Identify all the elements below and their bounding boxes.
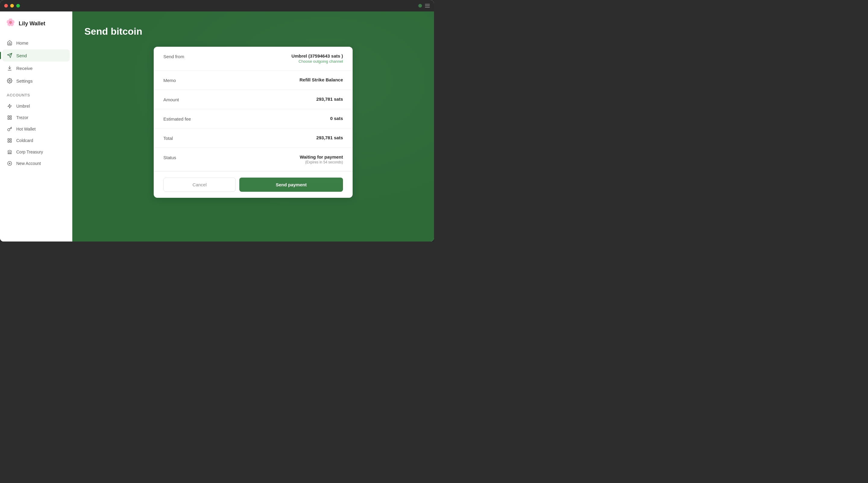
sidebar: 🌸 Lily Wallet Home xyxy=(0,11,72,241)
page-title: Send bitcoin xyxy=(84,26,142,37)
status-sub: (Expires in 54 seconds) xyxy=(300,160,343,164)
total-row: Total 293,781 sats xyxy=(154,128,352,148)
menu-icon[interactable] xyxy=(425,4,430,7)
sidebar-item-coldcard[interactable]: Coldcard xyxy=(2,135,70,146)
coldcard-icon xyxy=(7,138,13,144)
svg-rect-12 xyxy=(10,141,11,142)
accounts-section: Accounts Umbrel xyxy=(0,87,72,169)
sidebar-item-home[interactable]: Home xyxy=(2,37,70,49)
new-account-label: New Account xyxy=(16,161,41,166)
payment-card: Send from Umbrel (37594643 sats ) Choose… xyxy=(154,47,352,198)
send-icon xyxy=(7,53,13,59)
status-row: Status Waiting for payment (Expires in 5… xyxy=(154,148,352,171)
traffic-lights xyxy=(4,4,20,7)
estimated-fee-value: 0 sats xyxy=(330,116,343,121)
coldcard-label: Coldcard xyxy=(16,138,33,143)
svg-rect-8 xyxy=(10,118,11,119)
total-label: Total xyxy=(163,135,173,141)
home-label: Home xyxy=(16,40,28,46)
sidebar-nav: Home Send xyxy=(0,37,72,87)
sidebar-item-hot-wallet[interactable]: Hot Wallet xyxy=(2,123,70,135)
sidebar-logo-text: Lily Wallet xyxy=(19,21,45,27)
send-payment-button[interactable]: Send payment xyxy=(239,178,343,192)
settings-icon xyxy=(7,78,13,84)
send-label: Send xyxy=(16,53,27,58)
amount-row: Amount 293,781 sats xyxy=(154,90,352,109)
app-window: 🌸 Lily Wallet Home xyxy=(0,0,434,241)
sidebar-item-corp-treasury[interactable]: Corp Treasury xyxy=(2,146,70,158)
amount-value: 293,781 sats xyxy=(316,96,343,101)
corp-treasury-label: Corp Treasury xyxy=(16,150,43,154)
main-content: Send bitcoin Send from Umbrel (37594643 … xyxy=(72,11,434,241)
sidebar-item-trezor[interactable]: Trezor xyxy=(2,112,70,123)
sidebar-logo: 🌸 Lily Wallet xyxy=(0,19,72,37)
app-body: 🌸 Lily Wallet Home xyxy=(0,11,434,241)
send-from-value: Umbrel (37594643 sats ) xyxy=(291,53,343,59)
accounts-heading: Accounts xyxy=(2,93,70,100)
svg-rect-6 xyxy=(8,116,9,117)
umbrel-label: Umbrel xyxy=(16,104,30,109)
logo-icon: 🌸 xyxy=(6,19,16,28)
send-from-row: Send from Umbrel (37594643 sats ) Choose… xyxy=(154,47,352,70)
lightning-icon xyxy=(7,103,13,109)
building-icon xyxy=(7,149,13,155)
memo-row: Memo Refill Strike Balance xyxy=(154,70,352,90)
key-icon xyxy=(7,126,13,132)
estimated-fee-label: Estimated fee xyxy=(163,116,191,121)
send-from-label: Send from xyxy=(163,53,184,59)
hot-wallet-label: Hot Wallet xyxy=(16,127,36,131)
titlebar-right xyxy=(418,4,430,7)
cancel-button[interactable]: Cancel xyxy=(163,178,236,192)
sidebar-item-umbrel[interactable]: Umbrel xyxy=(2,100,70,112)
plus-circle-icon xyxy=(7,160,13,167)
svg-rect-7 xyxy=(10,116,11,117)
trezor-label: Trezor xyxy=(16,115,28,120)
status-value: Waiting for payment xyxy=(300,154,343,159)
fullscreen-button[interactable] xyxy=(16,4,20,7)
amount-label: Amount xyxy=(163,96,179,102)
sidebar-item-new-account[interactable]: New Account xyxy=(2,158,70,169)
sidebar-item-settings[interactable]: Settings xyxy=(2,75,70,87)
memo-label: Memo xyxy=(163,77,176,83)
settings-label: Settings xyxy=(16,79,33,84)
memo-value: Refill Strike Balance xyxy=(300,77,343,82)
status-indicator xyxy=(418,4,422,7)
grid-icon xyxy=(7,115,13,121)
home-icon xyxy=(7,40,13,46)
choose-channel-link[interactable]: Choose outgoing channel xyxy=(291,59,343,64)
svg-rect-11 xyxy=(10,139,11,140)
card-actions: Cancel Send payment xyxy=(154,171,352,198)
estimated-fee-row: Estimated fee 0 sats xyxy=(154,109,352,128)
svg-point-4 xyxy=(9,80,10,82)
minimize-button[interactable] xyxy=(10,4,14,7)
titlebar xyxy=(0,0,434,11)
svg-rect-13 xyxy=(8,141,9,142)
total-value: 293,781 sats xyxy=(316,135,343,140)
svg-marker-5 xyxy=(8,104,11,108)
svg-rect-9 xyxy=(8,118,9,119)
status-label: Status xyxy=(163,154,176,160)
receive-icon xyxy=(7,65,13,71)
svg-rect-10 xyxy=(8,139,9,140)
receive-label: Receive xyxy=(16,66,33,71)
close-button[interactable] xyxy=(4,4,8,7)
sidebar-item-receive[interactable]: Receive xyxy=(2,62,70,74)
sidebar-item-send[interactable]: Send xyxy=(2,50,70,61)
